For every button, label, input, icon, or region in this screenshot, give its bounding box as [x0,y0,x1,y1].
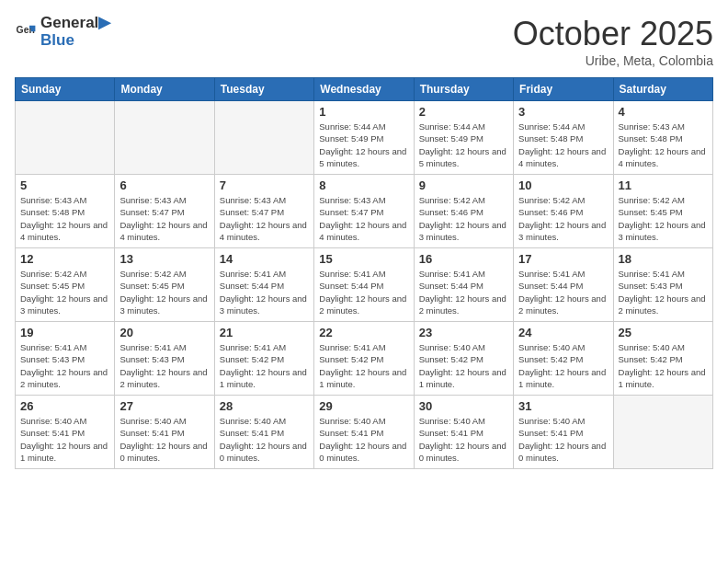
weekday-header-monday: Monday [115,78,214,101]
day-number: 6 [119,178,209,192]
week-row-1: 1Sunrise: 5:44 AMSunset: 5:49 PMDaylight… [16,101,713,175]
page-header: Gen General▶ Blue October 2025 Uribe, Me… [15,15,713,68]
day-info: Sunrise: 5:41 AMSunset: 5:42 PMDaylight:… [220,341,309,390]
calendar-cell: 10Sunrise: 5:42 AMSunset: 5:46 PMDayligh… [514,175,613,248]
week-row-4: 19Sunrise: 5:41 AMSunset: 5:43 PMDayligh… [16,322,713,396]
calendar-cell [16,101,115,175]
day-info: Sunrise: 5:41 AMSunset: 5:43 PMDaylight:… [619,268,708,316]
day-info: Sunrise: 5:44 AMSunset: 5:49 PMDaylight:… [319,121,408,169]
title-block: October 2025 Uribe, Meta, Colombia [513,15,713,68]
weekday-header-sunday: Sunday [16,78,115,101]
day-number: 7 [220,178,309,192]
day-number: 3 [518,105,608,119]
weekday-header-saturday: Saturday [613,78,712,101]
day-number: 4 [619,105,708,119]
calendar-cell: 15Sunrise: 5:41 AMSunset: 5:44 PMDayligh… [314,248,414,322]
calendar-cell: 3Sunrise: 5:44 AMSunset: 5:48 PMDaylight… [514,101,613,175]
calendar-cell [214,101,313,175]
day-info: Sunrise: 5:40 AMSunset: 5:41 PMDaylight:… [419,415,508,464]
logo-general-text: General▶ [40,15,110,32]
day-number: 8 [319,178,408,192]
calendar-cell: 23Sunrise: 5:40 AMSunset: 5:42 PMDayligh… [414,322,513,396]
calendar-cell: 8Sunrise: 5:43 AMSunset: 5:47 PMDaylight… [314,175,414,248]
day-number: 12 [20,252,109,266]
day-info: Sunrise: 5:40 AMSunset: 5:41 PMDaylight:… [518,415,608,464]
calendar-cell: 19Sunrise: 5:41 AMSunset: 5:43 PMDayligh… [16,322,115,396]
day-info: Sunrise: 5:42 AMSunset: 5:45 PMDaylight:… [20,268,109,316]
weekday-header-row: SundayMondayTuesdayWednesdayThursdayFrid… [16,78,713,101]
day-number: 16 [419,252,508,266]
day-info: Sunrise: 5:41 AMSunset: 5:44 PMDaylight:… [518,268,608,316]
week-row-2: 5Sunrise: 5:43 AMSunset: 5:48 PMDaylight… [16,175,713,248]
calendar-cell: 20Sunrise: 5:41 AMSunset: 5:43 PMDayligh… [115,322,214,396]
calendar-cell: 14Sunrise: 5:41 AMSunset: 5:44 PMDayligh… [214,248,313,322]
calendar-table: SundayMondayTuesdayWednesdayThursdayFrid… [15,77,713,469]
day-info: Sunrise: 5:40 AMSunset: 5:42 PMDaylight:… [518,341,608,390]
calendar-cell [115,101,214,175]
calendar-cell: 18Sunrise: 5:41 AMSunset: 5:43 PMDayligh… [613,248,712,322]
calendar-cell: 2Sunrise: 5:44 AMSunset: 5:49 PMDaylight… [414,101,513,175]
day-number: 9 [419,178,508,192]
calendar-cell: 1Sunrise: 5:44 AMSunset: 5:49 PMDaylight… [314,101,414,175]
day-info: Sunrise: 5:40 AMSunset: 5:41 PMDaylight:… [20,415,109,464]
calendar-cell: 28Sunrise: 5:40 AMSunset: 5:41 PMDayligh… [214,396,313,469]
calendar-cell: 17Sunrise: 5:41 AMSunset: 5:44 PMDayligh… [514,248,613,322]
calendar-cell: 4Sunrise: 5:43 AMSunset: 5:48 PMDaylight… [613,101,712,175]
day-info: Sunrise: 5:42 AMSunset: 5:45 PMDaylight:… [119,268,209,316]
day-info: Sunrise: 5:41 AMSunset: 5:42 PMDaylight:… [319,341,408,390]
calendar-cell: 16Sunrise: 5:41 AMSunset: 5:44 PMDayligh… [414,248,513,322]
day-info: Sunrise: 5:40 AMSunset: 5:41 PMDaylight:… [319,415,408,464]
day-info: Sunrise: 5:43 AMSunset: 5:47 PMDaylight:… [319,194,408,243]
day-info: Sunrise: 5:41 AMSunset: 5:43 PMDaylight:… [119,341,209,390]
day-info: Sunrise: 5:41 AMSunset: 5:43 PMDaylight:… [20,341,109,390]
day-number: 5 [20,178,109,192]
day-number: 26 [20,399,109,413]
weekday-header-wednesday: Wednesday [314,78,414,101]
day-number: 2 [419,105,508,119]
day-info: Sunrise: 5:43 AMSunset: 5:47 PMDaylight:… [220,194,309,243]
day-number: 29 [319,399,408,413]
day-info: Sunrise: 5:41 AMSunset: 5:44 PMDaylight:… [319,268,408,316]
calendar-cell: 13Sunrise: 5:42 AMSunset: 5:45 PMDayligh… [115,248,214,322]
day-number: 17 [518,252,608,266]
day-info: Sunrise: 5:43 AMSunset: 5:47 PMDaylight:… [119,194,209,243]
day-number: 28 [220,399,309,413]
day-info: Sunrise: 5:42 AMSunset: 5:46 PMDaylight:… [518,194,608,243]
calendar-cell: 29Sunrise: 5:40 AMSunset: 5:41 PMDayligh… [314,396,414,469]
day-number: 30 [419,399,508,413]
day-info: Sunrise: 5:43 AMSunset: 5:48 PMDaylight:… [20,194,109,243]
day-info: Sunrise: 5:42 AMSunset: 5:45 PMDaylight:… [619,194,708,243]
logo-icon: Gen [15,21,37,43]
day-number: 24 [518,326,608,339]
day-info: Sunrise: 5:41 AMSunset: 5:44 PMDaylight:… [419,268,508,316]
day-info: Sunrise: 5:40 AMSunset: 5:42 PMDaylight:… [419,341,508,390]
day-number: 31 [518,399,608,413]
weekday-header-thursday: Thursday [414,78,513,101]
calendar-cell: 6Sunrise: 5:43 AMSunset: 5:47 PMDaylight… [115,175,214,248]
logo-blue-text: Blue [40,32,110,50]
day-number: 20 [119,326,209,339]
day-number: 23 [419,326,508,339]
location-text: Uribe, Meta, Colombia [513,53,713,68]
day-number: 14 [220,252,309,266]
calendar-cell [613,396,712,469]
day-number: 15 [319,252,408,266]
day-number: 22 [319,326,408,339]
day-info: Sunrise: 5:41 AMSunset: 5:44 PMDaylight:… [220,268,309,316]
day-number: 25 [619,326,708,339]
calendar-cell: 26Sunrise: 5:40 AMSunset: 5:41 PMDayligh… [16,396,115,469]
day-info: Sunrise: 5:40 AMSunset: 5:41 PMDaylight:… [119,415,209,464]
day-number: 10 [518,178,608,192]
calendar-cell: 30Sunrise: 5:40 AMSunset: 5:41 PMDayligh… [414,396,513,469]
logo: Gen General▶ Blue [15,15,110,49]
week-row-3: 12Sunrise: 5:42 AMSunset: 5:45 PMDayligh… [16,248,713,322]
day-info: Sunrise: 5:43 AMSunset: 5:48 PMDaylight:… [619,121,708,169]
day-number: 21 [220,326,309,339]
calendar-cell: 11Sunrise: 5:42 AMSunset: 5:45 PMDayligh… [613,175,712,248]
calendar-cell: 24Sunrise: 5:40 AMSunset: 5:42 PMDayligh… [514,322,613,396]
day-number: 11 [619,178,708,192]
day-number: 13 [119,252,209,266]
calendar-cell: 31Sunrise: 5:40 AMSunset: 5:41 PMDayligh… [514,396,613,469]
calendar-cell: 7Sunrise: 5:43 AMSunset: 5:47 PMDaylight… [214,175,313,248]
week-row-5: 26Sunrise: 5:40 AMSunset: 5:41 PMDayligh… [16,396,713,469]
